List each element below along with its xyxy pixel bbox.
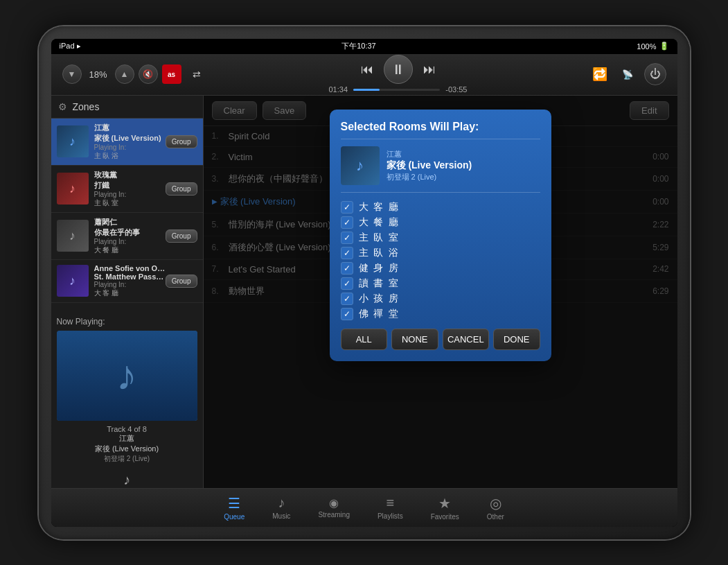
group-button-2[interactable]: Group	[166, 229, 197, 243]
shuffle-button[interactable]: ⇄	[186, 63, 208, 85]
dialog-track-details: 江蕙 家後 (Live Version) 初登場 2 (Live)	[387, 149, 540, 182]
dialog-art: ♪	[341, 146, 380, 185]
zone-name-0: 主 臥 浴	[94, 151, 166, 161]
dialog-actions: ALL NONE CANCEL DONE	[341, 329, 540, 350]
zone-info-0: 江蕙 家後 (Live Version) Playing In: 主 臥 浴	[94, 123, 166, 161]
none-button[interactable]: NONE	[391, 329, 438, 350]
time-elapsed: 01:34	[329, 85, 348, 94]
zone-name-2: 大 餐 廳	[94, 245, 166, 255]
dialog-album: 初登場 2 (Live)	[387, 172, 540, 182]
group-button-3[interactable]: Group	[166, 275, 197, 288]
room-item-4[interactable]: 健 身 房	[341, 262, 540, 275]
zones-header: ⚙ Zones	[51, 96, 203, 119]
airplay-button[interactable]: 📡	[616, 63, 639, 85]
volume-percent: 18%	[86, 69, 111, 80]
dialog-track-info: ♪ 江蕙 家後 (Live Version) 初登場 2 (Live)	[341, 146, 540, 193]
next-button[interactable]: ⏭	[418, 58, 441, 80]
play-pause-button[interactable]: ⏸	[384, 55, 413, 84]
room-checkbox-6[interactable]	[341, 293, 353, 305]
other-tab-label: Other	[487, 513, 504, 521]
room-checkbox-3[interactable]	[341, 247, 353, 259]
tab-queue[interactable]: ☰ Queue	[210, 492, 258, 523]
room-item-5[interactable]: 讀 書 室	[341, 277, 540, 290]
now-playing-artist: 江蕙	[57, 433, 197, 444]
now-playing-track-info: Track 4 of 8	[57, 425, 197, 433]
zone-playing-label-2: Playing In:	[94, 238, 166, 245]
room-name-4: 健 身 房	[359, 262, 400, 275]
room-checkbox-1[interactable]	[341, 216, 353, 229]
zone-item-3[interactable]: ♪ Anne Sofie von Otter e... St. Matthew …	[51, 260, 203, 303]
zone-info-2: 蕭閎仁 你最在乎的事 Playing In: 大 餐 廳	[94, 217, 166, 255]
zone-track-2: 蕭閎仁	[94, 217, 166, 227]
zone-name-3: 大 客 廳	[94, 288, 166, 298]
volume-up-button[interactable]: ▲	[115, 64, 134, 84]
music-tab-label: Music	[272, 512, 290, 520]
time-remaining: -03:55	[445, 85, 467, 94]
zone-playing-label-0: Playing In:	[94, 144, 166, 151]
now-playing-album: 初登場 2 (Live)	[57, 454, 197, 464]
prev-button[interactable]: ⏮	[356, 58, 378, 80]
room-item-3[interactable]: 主 臥 浴	[341, 247, 540, 259]
room-checkbox-0[interactable]	[341, 201, 353, 214]
group-button-0[interactable]: Group	[166, 135, 197, 148]
all-button[interactable]: ALL	[341, 329, 388, 350]
tab-other[interactable]: ◎ Other	[473, 492, 518, 523]
lastfm-scrobble-icon[interactable]: as	[162, 64, 181, 84]
zone-art-1: ♪	[57, 173, 89, 205]
zone-item-2[interactable]: ♪ 蕭閎仁 你最在乎的事 Playing In: 大 餐 廳 Group	[51, 213, 203, 260]
zone-song-1: 打鐵	[94, 180, 166, 191]
transport-left: ▼ 18% ▲ 🔇 as ⇄	[62, 63, 208, 85]
zone-track-3: Anne Sofie von Otter e...	[94, 264, 166, 272]
room-item-2[interactable]: 主 臥 室	[341, 232, 540, 244]
room-item-6[interactable]: 小 孩 房	[341, 293, 540, 305]
favorites-tab-icon: ★	[438, 495, 451, 512]
ipad-screen: iPad ▸ 下午10:37 100% 🔋 ▼ 18% ▲ 🔇 as ⇄	[51, 39, 677, 527]
now-playing-section: Now Playing: ♪ Track 4 of 8 江蕙 家後 (Live …	[51, 311, 203, 469]
room-item-1[interactable]: 大 餐 廳	[341, 216, 540, 229]
room-item-7[interactable]: 佛 禪 堂	[341, 308, 540, 320]
zone-art-2: ♪	[57, 220, 89, 252]
progress-fill	[353, 89, 380, 91]
repeat-button[interactable]: 🔁	[589, 63, 611, 85]
clock: 下午10:37	[341, 41, 376, 51]
zone-item-1[interactable]: ♪ 玫瑰黨 打鐵 Playing In: 主 臥 室 Group	[51, 166, 203, 213]
zone-song-0: 家後 (Live Version)	[94, 133, 166, 144]
dialog-artist: 江蕙	[387, 149, 540, 159]
zones-gear-icon[interactable]: ⚙	[58, 101, 67, 112]
room-checkbox-2[interactable]	[341, 232, 353, 244]
tab-playlists[interactable]: ≡ Playlists	[364, 492, 417, 523]
tab-music[interactable]: ♪ Music	[258, 492, 304, 523]
tab-streaming[interactable]: ◉ Streaming	[304, 494, 364, 521]
cancel-button[interactable]: CANCEL	[443, 329, 490, 350]
now-playing-art: ♪	[57, 331, 197, 421]
room-checkbox-5[interactable]	[341, 277, 353, 290]
device-label: iPad ▸	[60, 42, 81, 51]
room-item-0[interactable]: 大 客 廳	[341, 201, 540, 214]
dialog-overlay: Selected Rooms Will Play: ♪ 江蕙 家後 (Live …	[204, 96, 677, 488]
volume-down-button[interactable]: ▼	[62, 64, 82, 84]
status-left: iPad ▸	[60, 42, 81, 51]
zone-item-0[interactable]: ♪ 江蕙 家後 (Live Version) Playing In: 主 臥 浴…	[51, 119, 203, 166]
room-name-6: 小 孩 房	[359, 293, 400, 305]
power-button[interactable]: ⏻	[644, 63, 666, 85]
status-right: 100% 🔋	[637, 42, 668, 51]
done-button[interactable]: DONE	[493, 329, 540, 350]
playlists-tab-icon: ≡	[386, 495, 394, 511]
streaming-tab-label: Streaming	[318, 511, 350, 519]
zone-song-2: 你最在乎的事	[94, 227, 166, 238]
queue-tab-icon: ☰	[228, 495, 240, 512]
room-checkbox-7[interactable]	[341, 308, 353, 320]
tab-bar: ☰ Queue ♪ Music ◉ Streaming ≡ Playlists …	[51, 488, 677, 527]
transport-controls: ⏮ ⏸ ⏭	[356, 55, 441, 84]
tab-favorites[interactable]: ★ Favorites	[417, 492, 473, 523]
progress-track[interactable]	[353, 89, 440, 91]
room-checkbox-4[interactable]	[341, 262, 353, 275]
group-button-1[interactable]: Group	[166, 182, 197, 195]
zone-playing-label-1: Playing In:	[94, 191, 166, 198]
battery-icon: 🔋	[659, 42, 669, 51]
tab-items: ☰ Queue ♪ Music ◉ Streaming ≡ Playlists …	[210, 492, 518, 523]
room-name-1: 大 餐 廳	[359, 216, 400, 229]
performer-icon: ♪	[116, 351, 137, 399]
mute-button[interactable]: 🔇	[139, 64, 158, 84]
music-note-icon: ♪	[51, 472, 203, 488]
